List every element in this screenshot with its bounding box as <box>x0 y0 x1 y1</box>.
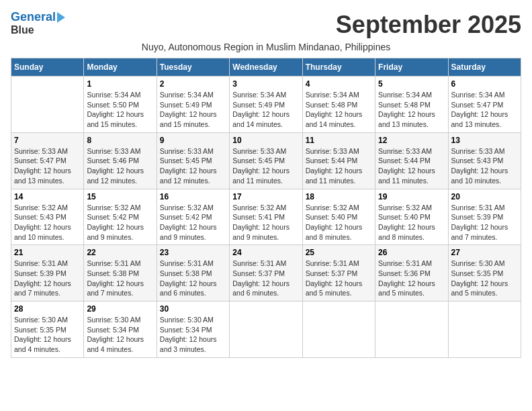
header-day-wednesday: Wednesday <box>230 58 302 77</box>
day-number: 12 <box>378 136 445 145</box>
day-info: Sunrise: 5:34 AM Sunset: 5:49 PM Dayligh… <box>160 90 226 130</box>
day-cell: 22Sunrise: 5:31 AM Sunset: 5:38 PM Dayli… <box>84 245 157 302</box>
day-cell: 10Sunrise: 5:33 AM Sunset: 5:45 PM Dayli… <box>230 132 302 189</box>
day-number: 25 <box>306 248 372 257</box>
day-number: 19 <box>378 192 445 201</box>
day-cell <box>448 302 521 358</box>
day-info: Sunrise: 5:31 AM Sunset: 5:36 PM Dayligh… <box>378 259 445 298</box>
day-info: Sunrise: 5:30 AM Sunset: 5:35 PM Dayligh… <box>14 315 81 355</box>
day-number: 10 <box>232 136 299 145</box>
day-info: Sunrise: 5:34 AM Sunset: 5:48 PM Dayligh… <box>306 90 372 130</box>
day-number: 1 <box>87 79 153 89</box>
day-info: Sunrise: 5:30 AM Sunset: 5:34 PM Dayligh… <box>87 315 153 355</box>
day-info: Sunrise: 5:32 AM Sunset: 5:42 PM Dayligh… <box>160 203 226 242</box>
day-info: Sunrise: 5:34 AM Sunset: 5:50 PM Dayligh… <box>87 90 153 130</box>
day-cell: 13Sunrise: 5:33 AM Sunset: 5:43 PM Dayli… <box>448 132 521 189</box>
day-info: Sunrise: 5:34 AM Sunset: 5:49 PM Dayligh… <box>232 90 299 130</box>
day-info: Sunrise: 5:34 AM Sunset: 5:48 PM Dayligh… <box>378 90 445 130</box>
day-info: Sunrise: 5:33 AM Sunset: 5:43 PM Dayligh… <box>451 146 518 186</box>
day-info: Sunrise: 5:33 AM Sunset: 5:44 PM Dayligh… <box>378 146 445 186</box>
day-cell: 11Sunrise: 5:33 AM Sunset: 5:44 PM Dayli… <box>302 132 375 189</box>
day-info: Sunrise: 5:31 AM Sunset: 5:38 PM Dayligh… <box>160 259 226 298</box>
logo-text: General <box>11 11 56 24</box>
week-row-1: 7Sunrise: 5:33 AM Sunset: 5:47 PM Daylig… <box>11 132 521 189</box>
week-row-3: 21Sunrise: 5:31 AM Sunset: 5:39 PM Dayli… <box>11 245 521 302</box>
day-cell <box>11 77 84 133</box>
day-cell: 17Sunrise: 5:32 AM Sunset: 5:41 PM Dayli… <box>230 189 302 245</box>
header-day-friday: Friday <box>375 58 448 77</box>
day-info: Sunrise: 5:32 AM Sunset: 5:43 PM Dayligh… <box>14 203 81 242</box>
day-info: Sunrise: 5:30 AM Sunset: 5:35 PM Dayligh… <box>451 259 518 298</box>
day-cell: 2Sunrise: 5:34 AM Sunset: 5:49 PM Daylig… <box>157 77 229 133</box>
day-number: 14 <box>14 192 81 201</box>
day-number: 2 <box>160 79 226 89</box>
calendar-header: SundayMondayTuesdayWednesdayThursdayFrid… <box>11 58 521 77</box>
day-number: 17 <box>232 192 299 201</box>
logo: General Blue <box>11 11 65 36</box>
day-cell: 14Sunrise: 5:32 AM Sunset: 5:43 PM Dayli… <box>11 189 84 245</box>
day-number: 3 <box>232 79 299 89</box>
day-number: 18 <box>306 192 372 201</box>
day-cell: 7Sunrise: 5:33 AM Sunset: 5:47 PM Daylig… <box>11 132 84 189</box>
day-number: 8 <box>87 136 153 145</box>
day-cell: 23Sunrise: 5:31 AM Sunset: 5:38 PM Dayli… <box>157 245 229 302</box>
day-number: 16 <box>160 192 226 201</box>
day-info: Sunrise: 5:33 AM Sunset: 5:45 PM Dayligh… <box>232 146 299 186</box>
day-cell: 8Sunrise: 5:33 AM Sunset: 5:46 PM Daylig… <box>84 132 157 189</box>
day-cell: 15Sunrise: 5:32 AM Sunset: 5:42 PM Dayli… <box>84 189 157 245</box>
header-day-sunday: Sunday <box>11 58 84 77</box>
day-info: Sunrise: 5:33 AM Sunset: 5:47 PM Dayligh… <box>14 146 81 186</box>
day-cell: 9Sunrise: 5:33 AM Sunset: 5:45 PM Daylig… <box>157 132 229 189</box>
day-info: Sunrise: 5:31 AM Sunset: 5:39 PM Dayligh… <box>14 259 81 298</box>
page-header: General Blue September 2025 <box>11 11 521 39</box>
day-number: 21 <box>14 248 81 257</box>
day-info: Sunrise: 5:31 AM Sunset: 5:39 PM Dayligh… <box>451 203 518 242</box>
day-info: Sunrise: 5:31 AM Sunset: 5:38 PM Dayligh… <box>87 259 153 298</box>
day-number: 4 <box>306 79 372 89</box>
week-row-4: 28Sunrise: 5:30 AM Sunset: 5:35 PM Dayli… <box>11 302 521 358</box>
calendar-subtitle: Nuyo, Autonomous Region in Muslim Mindan… <box>11 42 521 52</box>
logo-general: General <box>11 10 56 24</box>
header-day-thursday: Thursday <box>302 58 375 77</box>
day-number: 30 <box>160 304 226 314</box>
calendar-body: 1Sunrise: 5:34 AM Sunset: 5:50 PM Daylig… <box>11 77 521 358</box>
day-number: 24 <box>232 248 299 257</box>
header-day-tuesday: Tuesday <box>157 58 229 77</box>
day-info: Sunrise: 5:32 AM Sunset: 5:40 PM Dayligh… <box>306 203 372 242</box>
day-cell: 21Sunrise: 5:31 AM Sunset: 5:39 PM Dayli… <box>11 245 84 302</box>
day-cell: 3Sunrise: 5:34 AM Sunset: 5:49 PM Daylig… <box>230 77 302 133</box>
day-info: Sunrise: 5:32 AM Sunset: 5:42 PM Dayligh… <box>87 203 153 242</box>
day-info: Sunrise: 5:32 AM Sunset: 5:41 PM Dayligh… <box>232 203 299 242</box>
day-number: 13 <box>451 136 518 145</box>
day-cell: 4Sunrise: 5:34 AM Sunset: 5:48 PM Daylig… <box>302 77 375 133</box>
day-number: 5 <box>378 79 445 89</box>
header-day-saturday: Saturday <box>448 58 521 77</box>
week-row-0: 1Sunrise: 5:34 AM Sunset: 5:50 PM Daylig… <box>11 77 521 133</box>
day-cell: 27Sunrise: 5:30 AM Sunset: 5:35 PM Dayli… <box>448 245 521 302</box>
logo-arrow-icon <box>57 12 65 23</box>
day-cell <box>302 302 375 358</box>
day-info: Sunrise: 5:31 AM Sunset: 5:37 PM Dayligh… <box>306 259 372 298</box>
day-cell: 16Sunrise: 5:32 AM Sunset: 5:42 PM Dayli… <box>157 189 229 245</box>
day-cell: 20Sunrise: 5:31 AM Sunset: 5:39 PM Dayli… <box>448 189 521 245</box>
day-cell <box>375 302 448 358</box>
day-info: Sunrise: 5:33 AM Sunset: 5:44 PM Dayligh… <box>306 146 372 186</box>
day-cell: 6Sunrise: 5:34 AM Sunset: 5:47 PM Daylig… <box>448 77 521 133</box>
header-row: SundayMondayTuesdayWednesdayThursdayFrid… <box>11 58 521 77</box>
day-number: 15 <box>87 192 153 201</box>
day-number: 20 <box>451 192 518 201</box>
day-number: 26 <box>378 248 445 257</box>
day-number: 9 <box>160 136 226 145</box>
day-cell: 28Sunrise: 5:30 AM Sunset: 5:35 PM Dayli… <box>11 302 84 358</box>
day-cell: 24Sunrise: 5:31 AM Sunset: 5:37 PM Dayli… <box>230 245 302 302</box>
day-number: 28 <box>14 304 81 314</box>
day-number: 22 <box>87 248 153 257</box>
month-title: September 2025 <box>336 11 521 39</box>
day-info: Sunrise: 5:31 AM Sunset: 5:37 PM Dayligh… <box>232 259 299 298</box>
day-cell: 19Sunrise: 5:32 AM Sunset: 5:40 PM Dayli… <box>375 189 448 245</box>
day-number: 7 <box>14 136 81 145</box>
calendar-table: SundayMondayTuesdayWednesdayThursdayFrid… <box>11 58 521 358</box>
day-number: 23 <box>160 248 226 257</box>
day-info: Sunrise: 5:33 AM Sunset: 5:45 PM Dayligh… <box>160 146 226 186</box>
day-info: Sunrise: 5:33 AM Sunset: 5:46 PM Dayligh… <box>87 146 153 186</box>
